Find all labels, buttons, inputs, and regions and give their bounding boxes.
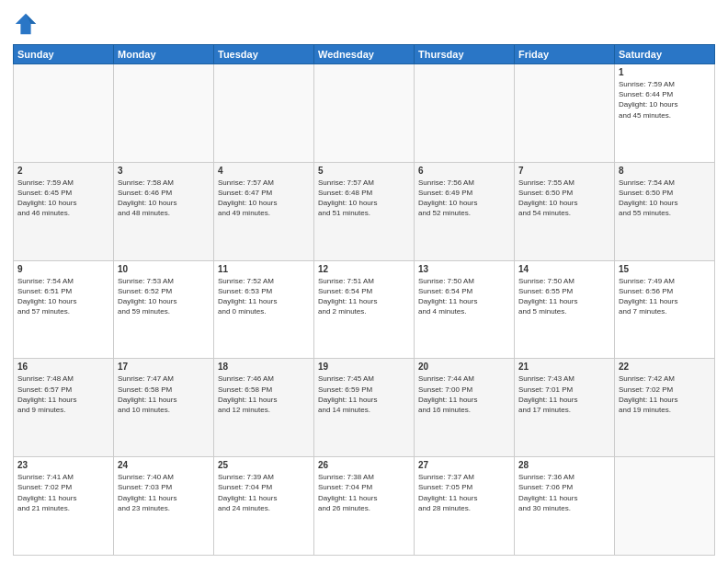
day-info: Sunrise: 7:50 AM Sunset: 6:55 PM Dayligh…: [518, 276, 610, 317]
weekday-header-sunday: Sunday: [14, 45, 114, 64]
calendar-cell: 7Sunrise: 7:55 AM Sunset: 6:50 PM Daylig…: [515, 162, 615, 260]
day-info: Sunrise: 7:59 AM Sunset: 6:44 PM Dayligh…: [619, 79, 711, 121]
day-number: 17: [118, 362, 210, 372]
calendar-cell: 28Sunrise: 7:36 AM Sunset: 7:06 PM Dayli…: [515, 457, 615, 556]
weekday-header-thursday: Thursday: [415, 45, 515, 64]
page: SundayMondayTuesdayWednesdayThursdayFrid…: [0, 0, 728, 563]
calendar-cell: 26Sunrise: 7:38 AM Sunset: 7:04 PM Dayli…: [314, 457, 415, 556]
calendar-cell: 20Sunrise: 7:44 AM Sunset: 7:00 PM Dayli…: [415, 359, 515, 457]
day-info: Sunrise: 7:41 AM Sunset: 7:02 PM Dayligh…: [17, 472, 109, 513]
calendar-cell: 2Sunrise: 7:59 AM Sunset: 6:45 PM Daylig…: [14, 162, 114, 260]
weekday-header-friday: Friday: [515, 45, 615, 64]
day-info: Sunrise: 7:47 AM Sunset: 6:58 PM Dayligh…: [118, 373, 210, 415]
day-number: 1: [619, 67, 711, 77]
calendar-week-row-4: 23Sunrise: 7:41 AM Sunset: 7:02 PM Dayli…: [14, 457, 715, 556]
day-info: Sunrise: 7:54 AM Sunset: 6:51 PM Dayligh…: [17, 276, 109, 317]
day-number: 26: [318, 460, 410, 470]
weekday-header-tuesday: Tuesday: [214, 45, 314, 64]
day-info: Sunrise: 7:59 AM Sunset: 6:45 PM Dayligh…: [17, 178, 109, 219]
day-number: 10: [118, 264, 210, 274]
day-number: 8: [619, 166, 711, 176]
day-info: Sunrise: 7:56 AM Sunset: 6:49 PM Dayligh…: [418, 178, 510, 219]
calendar-cell: [314, 64, 415, 163]
day-info: Sunrise: 7:51 AM Sunset: 6:54 PM Dayligh…: [318, 276, 410, 317]
calendar-table: SundayMondayTuesdayWednesdayThursdayFrid…: [13, 44, 715, 556]
day-info: Sunrise: 7:52 AM Sunset: 6:53 PM Dayligh…: [218, 276, 310, 317]
calendar-cell: 3Sunrise: 7:58 AM Sunset: 6:46 PM Daylig…: [114, 162, 214, 260]
day-info: Sunrise: 7:49 AM Sunset: 6:56 PM Dayligh…: [619, 276, 711, 317]
weekday-header-wednesday: Wednesday: [314, 45, 415, 64]
day-info: Sunrise: 7:43 AM Sunset: 7:01 PM Dayligh…: [518, 373, 610, 415]
calendar-cell: [14, 64, 114, 163]
day-number: 12: [318, 264, 410, 274]
calendar-cell: 24Sunrise: 7:40 AM Sunset: 7:03 PM Dayli…: [114, 457, 214, 556]
calendar-week-row-0: 1Sunrise: 7:59 AM Sunset: 6:44 PM Daylig…: [14, 64, 715, 163]
calendar-cell: 21Sunrise: 7:43 AM Sunset: 7:01 PM Dayli…: [515, 359, 615, 457]
calendar-week-row-1: 2Sunrise: 7:59 AM Sunset: 6:45 PM Daylig…: [14, 162, 715, 260]
day-info: Sunrise: 7:53 AM Sunset: 6:52 PM Dayligh…: [118, 276, 210, 317]
day-info: Sunrise: 7:57 AM Sunset: 6:47 PM Dayligh…: [218, 178, 310, 219]
calendar-cell: 11Sunrise: 7:52 AM Sunset: 6:53 PM Dayli…: [214, 260, 314, 359]
day-info: Sunrise: 7:58 AM Sunset: 6:46 PM Dayligh…: [118, 178, 210, 219]
calendar-cell: [214, 64, 314, 163]
day-number: 2: [17, 166, 109, 176]
day-number: 28: [518, 460, 610, 470]
day-info: Sunrise: 7:55 AM Sunset: 6:50 PM Dayligh…: [518, 178, 610, 219]
calendar-cell: 8Sunrise: 7:54 AM Sunset: 6:50 PM Daylig…: [615, 162, 715, 260]
day-number: 27: [418, 460, 510, 470]
weekday-header-saturday: Saturday: [615, 45, 715, 64]
day-number: 6: [418, 166, 510, 176]
calendar-cell: 4Sunrise: 7:57 AM Sunset: 6:47 PM Daylig…: [214, 162, 314, 260]
calendar-cell: 16Sunrise: 7:48 AM Sunset: 6:57 PM Dayli…: [14, 359, 114, 457]
weekday-header-row: SundayMondayTuesdayWednesdayThursdayFrid…: [14, 45, 715, 64]
calendar-cell: 1Sunrise: 7:59 AM Sunset: 6:44 PM Daylig…: [615, 64, 715, 163]
calendar-cell: 17Sunrise: 7:47 AM Sunset: 6:58 PM Dayli…: [114, 359, 214, 457]
calendar-cell: 22Sunrise: 7:42 AM Sunset: 7:02 PM Dayli…: [615, 359, 715, 457]
calendar-cell: 13Sunrise: 7:50 AM Sunset: 6:54 PM Dayli…: [415, 260, 515, 359]
calendar-cell: [615, 457, 715, 556]
day-number: 9: [17, 264, 109, 274]
day-number: 5: [318, 166, 410, 176]
day-number: 25: [218, 460, 310, 470]
calendar-cell: 12Sunrise: 7:51 AM Sunset: 6:54 PM Dayli…: [314, 260, 415, 359]
calendar-cell: 18Sunrise: 7:46 AM Sunset: 6:58 PM Dayli…: [214, 359, 314, 457]
logo-icon: [13, 11, 39, 37]
calendar-cell: 15Sunrise: 7:49 AM Sunset: 6:56 PM Dayli…: [615, 260, 715, 359]
day-number: 4: [218, 166, 310, 176]
day-info: Sunrise: 7:37 AM Sunset: 7:05 PM Dayligh…: [418, 472, 510, 513]
day-number: 7: [518, 166, 610, 176]
calendar-cell: 23Sunrise: 7:41 AM Sunset: 7:02 PM Dayli…: [14, 457, 114, 556]
calendar-cell: 19Sunrise: 7:45 AM Sunset: 6:59 PM Dayli…: [314, 359, 415, 457]
day-number: 13: [418, 264, 510, 274]
calendar-cell: [114, 64, 214, 163]
day-number: 20: [418, 362, 510, 372]
calendar-cell: 25Sunrise: 7:39 AM Sunset: 7:04 PM Dayli…: [214, 457, 314, 556]
calendar-cell: 5Sunrise: 7:57 AM Sunset: 6:48 PM Daylig…: [314, 162, 415, 260]
logo: [13, 11, 42, 37]
day-info: Sunrise: 7:57 AM Sunset: 6:48 PM Dayligh…: [318, 178, 410, 219]
day-info: Sunrise: 7:40 AM Sunset: 7:03 PM Dayligh…: [118, 472, 210, 513]
calendar-cell: [515, 64, 615, 163]
day-info: Sunrise: 7:42 AM Sunset: 7:02 PM Dayligh…: [619, 373, 711, 415]
day-info: Sunrise: 7:54 AM Sunset: 6:50 PM Dayligh…: [619, 178, 711, 219]
day-number: 24: [118, 460, 210, 470]
day-number: 14: [518, 264, 610, 274]
day-number: 11: [218, 264, 310, 274]
calendar-cell: 10Sunrise: 7:53 AM Sunset: 6:52 PM Dayli…: [114, 260, 214, 359]
calendar-week-row-3: 16Sunrise: 7:48 AM Sunset: 6:57 PM Dayli…: [14, 359, 715, 457]
weekday-header-monday: Monday: [114, 45, 214, 64]
day-info: Sunrise: 7:44 AM Sunset: 7:00 PM Dayligh…: [418, 373, 510, 415]
calendar-cell: 9Sunrise: 7:54 AM Sunset: 6:51 PM Daylig…: [14, 260, 114, 359]
calendar-cell: [415, 64, 515, 163]
calendar-cell: 14Sunrise: 7:50 AM Sunset: 6:55 PM Dayli…: [515, 260, 615, 359]
day-number: 15: [619, 264, 711, 274]
day-info: Sunrise: 7:50 AM Sunset: 6:54 PM Dayligh…: [418, 276, 510, 317]
day-number: 16: [17, 362, 109, 372]
day-number: 19: [318, 362, 410, 372]
day-number: 21: [518, 362, 610, 372]
day-info: Sunrise: 7:38 AM Sunset: 7:04 PM Dayligh…: [318, 472, 410, 513]
day-info: Sunrise: 7:36 AM Sunset: 7:06 PM Dayligh…: [518, 472, 610, 513]
day-number: 22: [619, 362, 711, 372]
calendar-cell: 6Sunrise: 7:56 AM Sunset: 6:49 PM Daylig…: [415, 162, 515, 260]
calendar-week-row-2: 9Sunrise: 7:54 AM Sunset: 6:51 PM Daylig…: [14, 260, 715, 359]
